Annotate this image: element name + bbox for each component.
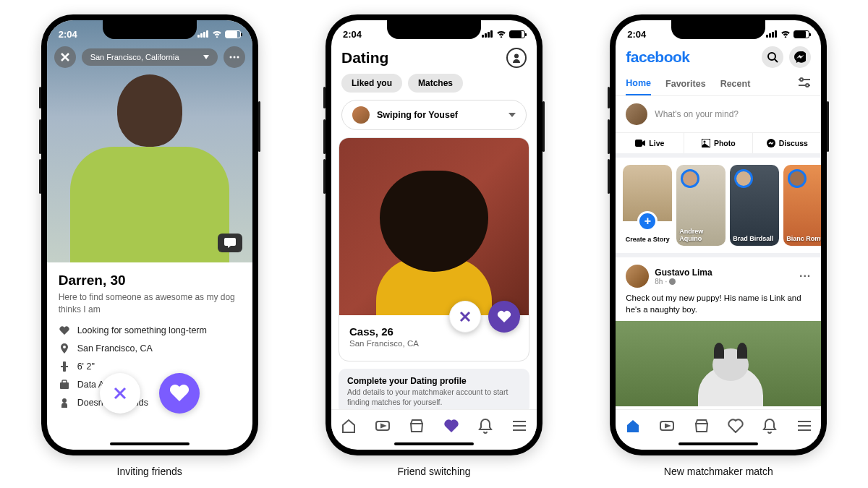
status-icons: [197, 30, 241, 38]
globe-icon: [669, 278, 676, 285]
tab-notifications-icon[interactable]: [477, 417, 494, 435]
svg-point-0: [229, 56, 231, 59]
tab-dating-icon[interactable]: [443, 417, 460, 435]
tab-notifications-icon[interactable]: [761, 417, 778, 435]
messenger-icon: [767, 139, 775, 147]
story-item[interactable]: Bianc Romu: [783, 165, 821, 246]
caption: Inviting friends: [117, 466, 182, 477]
tab-home[interactable]: Home: [626, 72, 651, 95]
status-time: 2:04: [59, 29, 77, 40]
location-text: San Francisco, California: [90, 53, 179, 61]
profile-location: San Francisco, CA: [349, 339, 519, 348]
detail-text: 6' 2": [77, 361, 95, 372]
video-icon: [635, 140, 645, 147]
tab-liked-you[interactable]: Liked you: [341, 74, 402, 93]
facebook-logo[interactable]: facebook: [626, 48, 689, 66]
svg-point-1: [233, 56, 235, 59]
pass-button[interactable]: [449, 301, 481, 333]
composer[interactable]: What's on your mind?: [616, 96, 821, 133]
swiping-for-selector[interactable]: Swiping for Yousef: [341, 100, 527, 130]
svg-point-15: [703, 141, 705, 143]
tab-menu-icon[interactable]: [796, 417, 813, 435]
post-more-icon[interactable]: ···: [799, 270, 811, 283]
page-title: Dating: [341, 49, 388, 67]
pin-icon: [59, 343, 70, 354]
detail-row: Looking for something long-term: [59, 325, 241, 336]
svg-rect-4: [61, 366, 68, 367]
messenger-icon[interactable]: [789, 46, 811, 68]
svg-point-8: [514, 54, 519, 59]
post-time: 8h ·: [655, 278, 712, 286]
detail-row: San Francisco, CA: [59, 343, 241, 354]
post-text: Check out my new puppy! His name is Link…: [626, 292, 811, 315]
post-author[interactable]: Gustavo Lima: [655, 267, 712, 278]
live-button[interactable]: Live: [616, 133, 684, 153]
filter-icon[interactable]: [798, 77, 811, 90]
tab-dating-icon[interactable]: [727, 417, 744, 435]
story-label: Brad Birdsall: [733, 236, 776, 243]
tab-matches[interactable]: Matches: [408, 74, 463, 93]
pass-button[interactable]: [100, 373, 140, 414]
feed-post: Gustavo Lima 8h · ··· Check out my new p…: [616, 257, 821, 406]
chat-icon[interactable]: [218, 234, 242, 252]
like-button[interactable]: [488, 301, 520, 333]
plus-icon: +: [637, 211, 658, 231]
tab-video-icon[interactable]: [658, 417, 676, 435]
briefcase-icon: [59, 379, 70, 390]
story-label: Create a Story: [623, 236, 672, 243]
phone-frame: 2:04 Dating Liked you Matches Swiping fo…: [326, 14, 542, 455]
tab-video-icon[interactable]: [374, 417, 391, 435]
svg-rect-13: [635, 140, 642, 147]
status-time: 2:04: [343, 29, 362, 40]
svg-point-2: [237, 56, 239, 59]
profile-photo: [339, 138, 529, 315]
complete-profile-banner[interactable]: Complete your Dating profile Add details…: [339, 369, 529, 414]
detail-text: San Francisco, CA: [77, 343, 153, 354]
more-icon[interactable]: [224, 46, 245, 68]
banner-text: Add details to your matchmaker account t…: [347, 388, 521, 407]
search-icon[interactable]: [762, 46, 783, 68]
post-image[interactable]: [616, 321, 821, 406]
phone-frame: 2:04 facebook Home Favorites Recent What…: [610, 14, 827, 455]
tab-home-icon[interactable]: [340, 417, 357, 435]
height-icon: [59, 361, 70, 372]
photo-icon: [702, 139, 710, 147]
svg-rect-6: [62, 380, 67, 383]
svg-point-12: [806, 84, 809, 87]
tab-favorites[interactable]: Favorites: [665, 73, 706, 95]
avatar: [626, 103, 647, 125]
create-story-button[interactable]: + Create a Story: [623, 165, 672, 246]
photo-button[interactable]: Photo: [684, 133, 753, 153]
story-label: Andrew Aquino: [679, 228, 723, 243]
profile-name: Darren, 30: [59, 273, 241, 288]
tab-marketplace-icon[interactable]: [693, 417, 710, 435]
profile-card[interactable]: Cass, 26 San Francisco, CA: [339, 137, 529, 361]
like-button[interactable]: [159, 373, 200, 414]
status-icons: [482, 30, 525, 38]
avatar: [352, 106, 370, 124]
profile-icon[interactable]: [506, 48, 527, 68]
story-label: Bianc Romu: [786, 236, 821, 243]
tab-marketplace-icon[interactable]: [408, 417, 425, 435]
banner-title: Complete your Dating profile: [347, 376, 521, 386]
discuss-button[interactable]: Discuss: [753, 133, 821, 153]
chevron-down-icon: [509, 113, 516, 117]
svg-point-7: [62, 398, 67, 403]
caption: New matchmaker match: [664, 466, 773, 477]
avatar[interactable]: [626, 265, 649, 288]
detail-text: Looking for something long-term: [77, 325, 207, 335]
tab-home-icon[interactable]: [624, 417, 642, 435]
chevron-down-icon: [203, 55, 209, 59]
svg-point-10: [768, 53, 775, 60]
profile-bio: Here to find someone as awesome as my do…: [59, 291, 241, 316]
tab-recent[interactable]: Recent: [720, 73, 751, 95]
story-item[interactable]: Brad Birdsall: [730, 165, 779, 246]
tab-menu-icon[interactable]: [511, 417, 528, 435]
story-item[interactable]: Andrew Aquino: [676, 165, 726, 246]
swiping-for-text: Swiping for Yousef: [377, 110, 501, 120]
svg-point-17: [669, 278, 676, 285]
phone-frame: 2:04 San Francisco, California: [41, 14, 258, 455]
close-icon[interactable]: [54, 46, 76, 68]
composer-input[interactable]: What's on your mind?: [655, 109, 811, 119]
location-selector[interactable]: San Francisco, California: [82, 48, 218, 66]
